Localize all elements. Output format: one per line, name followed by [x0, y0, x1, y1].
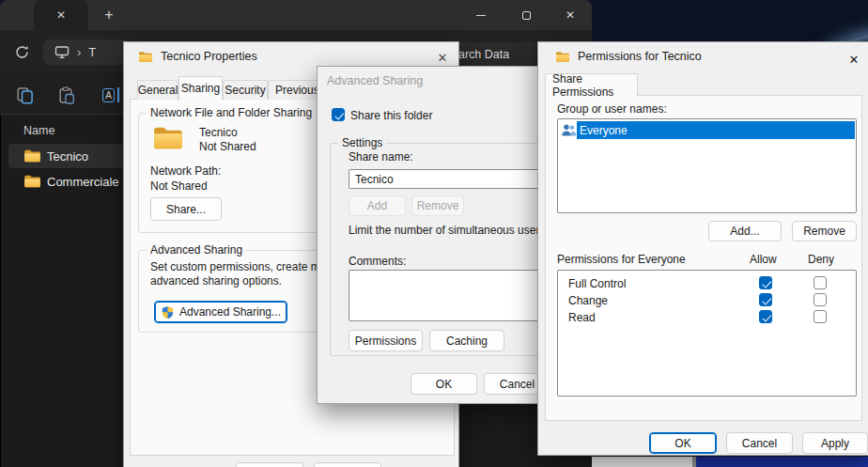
folder-icon: [555, 51, 570, 63]
permissions-dialog: Permissions for Tecnico ✕ Share Permissi…: [537, 41, 868, 456]
group-users-icon: [561, 123, 577, 137]
folder-icon: [152, 125, 184, 151]
permissions-button[interactable]: Permissions: [349, 330, 423, 351]
breadcrumb-chevron-icon: ›: [77, 45, 81, 59]
deny-checkbox-full-control[interactable]: [814, 276, 827, 289]
partial-ok-button[interactable]: [236, 462, 303, 467]
refresh-button[interactable]: [8, 38, 36, 66]
wallpaper-blue-band: [696, 457, 868, 467]
text-cursor-icon: [117, 87, 119, 102]
comments-label: Comments:: [349, 255, 406, 268]
folder-icon: [138, 51, 153, 63]
minimize-icon: [476, 15, 486, 16]
paste-icon: [57, 86, 75, 104]
settings-group: Settings Share name: Tecnico Add Remove …: [330, 143, 542, 356]
tab-share-permissions[interactable]: Share Permissions: [545, 73, 638, 97]
screen: ✕ + ✕ › T arch Da: [0, 0, 868, 467]
network-path-label: Network Path:: [150, 164, 221, 178]
tab-sharing[interactable]: Sharing: [178, 76, 223, 100]
rename-button[interactable]: A: [97, 83, 125, 107]
permissions-listbox[interactable]: Full Control Change Read: [557, 270, 857, 397]
permission-row-read: Read: [558, 310, 856, 327]
permission-row-change: Change: [558, 293, 856, 310]
advanced-sharing-dialog: Advanced Sharing Share this folder Setti…: [317, 66, 547, 404]
refresh-icon: [14, 44, 30, 60]
caching-button[interactable]: Caching: [429, 330, 504, 351]
group-user-listbox[interactable]: Everyone: [557, 118, 857, 213]
allow-column-header: Allow: [750, 253, 777, 266]
deny-checkbox-change[interactable]: [814, 293, 827, 306]
permission-label: Read: [568, 311, 596, 324]
share-name-label: Share name:: [349, 150, 413, 163]
allow-checkbox-change[interactable]: [759, 293, 772, 306]
advanced-sharing-button-label: Advanced Sharing...: [179, 305, 281, 319]
tab-general[interactable]: General: [137, 80, 178, 100]
close-button[interactable]: ✕: [551, 0, 589, 30]
paste-button[interactable]: [53, 83, 79, 107]
network-path-value: Not Shared: [150, 179, 208, 193]
uac-shield-icon: [161, 305, 175, 319]
this-pc-icon: [54, 45, 70, 59]
maximize-icon: [522, 11, 531, 20]
search-text: arch Data: [458, 48, 509, 61]
allow-checkbox-full-control[interactable]: [759, 276, 772, 289]
advanced-ok-button[interactable]: OK: [411, 373, 477, 395]
permission-label: Full Control: [568, 277, 626, 290]
share-button[interactable]: Share...: [150, 197, 222, 221]
advanced-desc-line2: advanced sharing options.: [150, 274, 282, 288]
explorer-tab-bar: ✕ + ✕: [0, 0, 592, 30]
add-share-button[interactable]: Add: [349, 195, 406, 216]
tab-close-icon[interactable]: ✕: [56, 8, 66, 22]
permissions-close-button[interactable]: ✕: [845, 51, 862, 68]
permissions-for-label: Permissions for Everyone: [557, 253, 686, 266]
shared-item-status: Not Shared: [199, 140, 256, 153]
remove-group-button[interactable]: Remove: [792, 221, 857, 241]
allow-checkbox-read[interactable]: [759, 310, 772, 323]
properties-close-button[interactable]: ✕: [434, 49, 451, 66]
add-group-button[interactable]: Add...: [708, 221, 782, 241]
permission-row-full-control: Full Control: [558, 276, 856, 293]
breadcrumb[interactable]: › T: [43, 39, 130, 65]
deny-column-header: Deny: [808, 253, 834, 266]
permissions-dialog-title: Permissions for Tecnico: [578, 50, 702, 63]
properties-dialog-title: Tecnico Properties: [161, 50, 257, 63]
rename-icon: A: [102, 88, 115, 102]
search-input[interactable]: arch Data: [455, 42, 535, 67]
permissions-apply-button[interactable]: Apply: [802, 432, 868, 454]
advanced-dialog-title: Advanced Sharing: [327, 74, 423, 87]
deny-checkbox-read[interactable]: [814, 310, 827, 323]
file-name: Tecnico: [47, 149, 88, 163]
share-name-input[interactable]: Tecnico: [349, 169, 542, 189]
permissions-cancel-button[interactable]: Cancel: [726, 432, 793, 454]
group-name: Everyone: [577, 121, 855, 139]
column-header-name[interactable]: Name: [23, 124, 54, 137]
limit-users-label: Limit the number of simultaneous users t…: [349, 224, 561, 237]
advanced-desc-line1: Set custom permissions, create multip: [150, 260, 341, 273]
remove-share-button[interactable]: Remove: [411, 195, 464, 216]
copy-button[interactable]: [11, 83, 38, 107]
settings-group-title: Settings: [338, 136, 386, 149]
permission-label: Change: [568, 294, 608, 307]
network-sharing-group-title: Network File and Folder Sharing: [147, 106, 316, 119]
background-window-sliver: [592, 457, 692, 467]
advanced-sharing-group-title: Advanced Sharing: [147, 243, 246, 257]
explorer-tab[interactable]: ✕: [34, 0, 88, 30]
folder-icon: [23, 174, 41, 189]
permissions-ok-button[interactable]: OK: [649, 432, 717, 454]
permissions-title-bar: Permissions for Tecnico: [538, 42, 868, 70]
advanced-dialog-title-bar: Advanced Sharing: [318, 67, 546, 95]
share-name-value: Tecnico: [355, 173, 394, 186]
minimize-button[interactable]: [462, 0, 500, 30]
maximize-button[interactable]: [507, 0, 545, 30]
comments-textarea[interactable]: [349, 270, 542, 321]
new-tab-button[interactable]: +: [98, 4, 120, 26]
breadcrumb-device-label: T: [88, 45, 96, 59]
advanced-sharing-button[interactable]: Advanced Sharing...: [154, 301, 287, 323]
folder-icon: [23, 148, 41, 163]
shared-item-name: Tecnico: [199, 126, 238, 139]
tab-security[interactable]: Security: [223, 80, 268, 100]
list-item-everyone[interactable]: Everyone: [559, 121, 855, 139]
group-user-names-label: Group or user names:: [557, 102, 667, 116]
share-this-folder-checkbox[interactable]: [332, 108, 345, 121]
partial-cancel-button[interactable]: [314, 462, 381, 467]
